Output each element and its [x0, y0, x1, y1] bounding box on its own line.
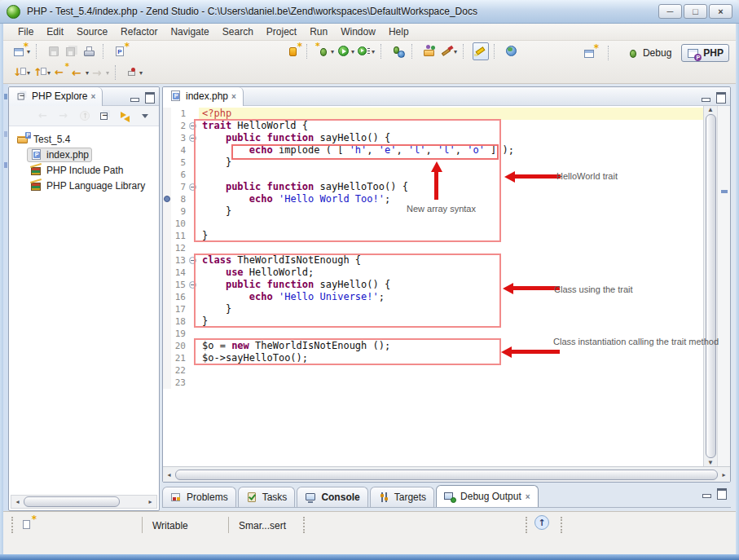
menu-run[interactable]: Run [303, 24, 334, 39]
minimize-view-icon[interactable] [130, 92, 139, 101]
code-line-5[interactable]: 5 } [163, 157, 703, 169]
dropdown-caret-icon[interactable]: ▾ [106, 69, 109, 77]
code-line-3[interactable]: 3 public function sayHello() { [163, 132, 703, 144]
new-php-file-button[interactable] [112, 42, 129, 60]
new-php-element-button[interactable] [285, 42, 301, 60]
last-edit-location-button[interactable] [53, 64, 69, 82]
code-line-19[interactable]: 19 [163, 328, 703, 340]
mark-occurrences-button[interactable] [473, 42, 489, 60]
progress-up-icon[interactable]: ↑ [534, 515, 549, 530]
title-bar[interactable]: PHP - Test_5.4/index.php - Zend Studio -… [0, 0, 739, 24]
code-line-14[interactable]: 14 use HelloWorld; [163, 267, 703, 279]
explorer-back-button[interactable] [36, 107, 52, 125]
explorer-menu-button[interactable] [138, 107, 154, 125]
maximize-view-icon[interactable] [716, 488, 726, 497]
breakpoint-ruler[interactable] [163, 193, 171, 205]
web-browser-button[interactable] [504, 42, 520, 60]
code-line-9[interactable]: 9 } [163, 205, 703, 218]
drag-handle[interactable] [303, 517, 306, 533]
open-file-button[interactable] [421, 42, 438, 60]
scroll-right-icon[interactable]: ▸ [718, 471, 730, 478]
code-line-18[interactable]: 18} [163, 315, 703, 328]
code-line-23[interactable]: 23 [163, 377, 703, 389]
open-perspective-button[interactable] [582, 44, 598, 62]
back-button[interactable]: ▾ [71, 64, 90, 82]
menu-file[interactable]: File [11, 24, 40, 39]
dropdown-caret-icon[interactable]: ▾ [454, 48, 457, 55]
maximize-view-icon[interactable] [144, 92, 154, 101]
fold-marker[interactable] [187, 279, 199, 291]
forward-button[interactable]: ▾ [91, 64, 110, 82]
drag-handle[interactable] [561, 517, 564, 533]
run-button[interactable]: ▾ [337, 42, 355, 60]
minimize-editor-icon[interactable] [701, 92, 710, 101]
fold-marker[interactable] [187, 181, 199, 193]
print-button[interactable] [81, 42, 98, 60]
maximize-editor-icon[interactable] [715, 92, 725, 101]
code-line-16[interactable]: 16 echo 'Hello Universe!'; [163, 291, 703, 303]
dropdown-caret-icon[interactable]: ▾ [331, 48, 334, 55]
collapse-icon[interactable] [189, 257, 196, 264]
drag-handle[interactable] [526, 517, 529, 533]
code-line-6[interactable]: 6 [163, 169, 703, 181]
close-icon[interactable]: × [231, 92, 236, 101]
menu-navigate[interactable]: Navigate [164, 24, 215, 39]
breakpoint-overview-mark[interactable] [721, 190, 728, 193]
menu-help[interactable]: Help [382, 24, 416, 39]
scroll-left-icon[interactable]: ◂ [163, 471, 175, 478]
code-line-2[interactable]: 2trait HelloWorld { [163, 120, 703, 132]
collapse-icon[interactable] [189, 183, 196, 191]
tree-item-index-php[interactable]: index.php [9, 147, 159, 162]
collapse-icon[interactable] [189, 134, 196, 142]
web-debug-button[interactable] [390, 42, 407, 60]
dropdown-caret-icon[interactable]: ▾ [86, 69, 89, 77]
tree-item-test-5-4[interactable]: Test_5.4 [9, 131, 159, 147]
restore-button[interactable]: □ [684, 4, 707, 19]
editor-horizontal-scrollbar[interactable]: ◂ ▸ [163, 466, 730, 482]
editor-vertical-scrollbar[interactable]: ▲ ▼ [703, 106, 717, 466]
menu-window[interactable]: Window [334, 24, 382, 39]
explorer-forward-button[interactable] [56, 107, 73, 125]
menu-search[interactable]: Search [216, 24, 260, 39]
external-tools-button[interactable]: ▾ [439, 42, 458, 60]
close-icon[interactable]: × [526, 492, 530, 501]
menu-edit[interactable]: Edit [40, 24, 70, 39]
tree-item-php-language-library[interactable]: PHP Language Library [9, 178, 159, 193]
collapse-icon[interactable] [189, 122, 196, 130]
view-tab-debug-output[interactable]: Debug Output× [436, 485, 539, 507]
menu-refactor[interactable]: Refactor [114, 24, 164, 39]
code-line-1[interactable]: 1<?php [163, 108, 703, 120]
scroll-down-icon[interactable]: ▼ [705, 459, 717, 466]
explorer-horizontal-scrollbar[interactable]: ◂ ▸ [11, 495, 157, 509]
code-line-8[interactable]: 8 echo 'Hello World Too!'; [163, 193, 703, 205]
breakpoint-types-button[interactable]: ▾ [125, 64, 143, 82]
dropdown-caret-icon[interactable]: ▾ [47, 69, 51, 77]
code-line-12[interactable]: 12 [163, 242, 703, 254]
scroll-right-icon[interactable]: ▸ [144, 498, 156, 505]
explorer-collapse-all-button[interactable] [97, 107, 113, 125]
code-line-4[interactable]: 4 echo implode ( [ 'h', 'e', 'l', 'l', '… [163, 144, 703, 157]
fold-marker[interactable] [187, 120, 199, 132]
previous-annotation-button[interactable]: ▾ [33, 64, 51, 82]
scrollbar-thumb[interactable] [175, 470, 718, 480]
save-all-button[interactable] [64, 42, 80, 60]
explorer-link-button[interactable] [117, 107, 134, 125]
code-line-15[interactable]: 15 public function sayHello() { [163, 279, 703, 291]
fold-marker[interactable] [187, 132, 199, 144]
drag-handle[interactable] [11, 517, 15, 533]
php-perspective-button[interactable]: PHP [681, 44, 729, 62]
code-line-17[interactable]: 17 } [163, 303, 703, 315]
menu-source[interactable]: Source [70, 24, 114, 39]
dropdown-caret-icon[interactable]: ▾ [27, 69, 30, 77]
dropdown-caret-icon[interactable]: ▾ [139, 69, 143, 77]
close-button[interactable]: × [709, 4, 732, 19]
run-config-button[interactable]: ▾ [357, 42, 376, 60]
code-line-7[interactable]: 7 public function sayHelloToo() { [163, 181, 703, 193]
editor-tab-index-php[interactable]: index.php × [163, 87, 244, 106]
fast-view-icon[interactable] [21, 518, 34, 531]
scroll-up-icon[interactable]: ▲ [705, 106, 717, 113]
minimize-view-icon[interactable] [702, 488, 711, 497]
code-line-13[interactable]: 13class TheWorldIsNotEnough { [163, 254, 703, 267]
code-line-21[interactable]: 21$o->sayHelloToo(); [163, 352, 703, 364]
new-wizard-button[interactable]: ▾ [12, 42, 31, 60]
